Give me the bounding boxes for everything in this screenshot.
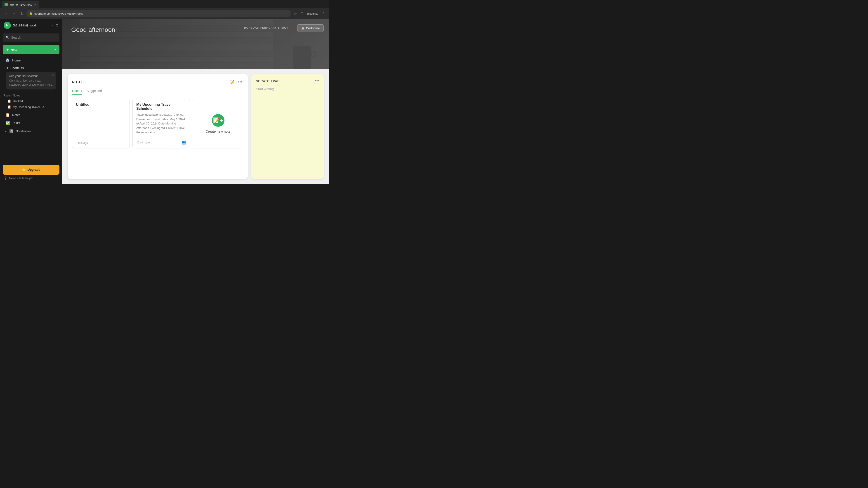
account-chevron-icon[interactable]: ▾ (52, 24, 54, 27)
shortcut-card-title: Add your first shortcut (9, 74, 53, 78)
incognito-button[interactable]: Incognito (306, 11, 319, 17)
recent-notes-header: Recent Notes (4, 94, 59, 97)
hero-greeting: Good afternoon! (71, 26, 320, 33)
home-icon: 🏠 (5, 58, 10, 62)
notes-card: NOTES › 📝 ••• Recent Suggested Untitled (68, 74, 248, 179)
sidebar-item-home[interactable]: 🏠 Home (2, 56, 60, 64)
notes-grid: Untitled 1 min ago My Upcoming Travel Sc… (72, 99, 243, 149)
notebooks-expand-icon: ▸ (5, 130, 6, 132)
sidebar: N 5b3c818b@mood... ▾ ⚙ 🔍 Search + New ▾ … (0, 19, 62, 184)
tab-close-button[interactable]: ✕ (34, 3, 37, 6)
notebooks-icon: 📓 (9, 129, 13, 133)
recent-note-travel[interactable]: 📋 My Upcoming Travel Sc... (4, 104, 59, 110)
forward-button[interactable]: → (11, 10, 17, 17)
help-button[interactable]: ❓ Need a little help? (3, 175, 59, 182)
tab-title: Home - Evernote (10, 3, 32, 6)
shortcut-close-button[interactable]: ✕ (51, 73, 54, 77)
shortcuts-star-icon: ★ (6, 66, 9, 70)
note-untitled-time: 1 min ago (76, 141, 88, 144)
shared-icon: 👥 (182, 140, 186, 144)
note-card-travel-body: Travel destinations: Alaska, America, De… (136, 112, 186, 138)
extensions-button[interactable]: ⬡ (300, 11, 305, 17)
recent-notes-section: Recent Notes 📋 Untitled 📋 My Upcoming Tr… (0, 92, 62, 111)
hero-section: Good afternoon! THURSDAY, FEBRUARY 1, 20… (62, 19, 329, 69)
back-button[interactable]: ← (3, 10, 9, 17)
recent-note-travel-label: My Upcoming Travel Sc... (13, 105, 46, 109)
note-card-travel[interactable]: My Upcoming Travel Schedule Travel desti… (132, 99, 190, 149)
sidebar-account-header: N 5b3c818b@mood... ▾ ⚙ (0, 19, 62, 32)
scratch-pad-header: SCRATCH PAD ••• (256, 78, 319, 84)
scratch-pad-more-button[interactable]: ••• (315, 78, 319, 84)
scratch-pad-title: SCRATCH PAD (256, 79, 280, 83)
lock-icon: 🔒 (29, 12, 33, 15)
url-text: evernote.com/client/web?login=true#/ (34, 12, 288, 15)
notes-add-button[interactable]: 📝 (228, 78, 235, 86)
note-icon-2: 📋 (7, 105, 11, 109)
notes-card-title: NOTES › (72, 80, 86, 84)
recent-note-untitled[interactable]: 📋 Untitled (4, 98, 59, 104)
upgrade-icon: ⭐ (22, 168, 26, 171)
upgrade-button[interactable]: ⭐ Upgrade (3, 165, 59, 175)
cards-area: NOTES › 📝 ••• Recent Suggested Untitled (62, 69, 329, 184)
notes-card-header: NOTES › 📝 ••• (72, 78, 243, 86)
browser-toolbar: ← → ↻ 🔒 evernote.com/client/web?login=tr… (0, 8, 329, 19)
notes-icon: 📋 (5, 113, 10, 117)
recent-note-untitled-label: Untitled (13, 99, 23, 103)
tab-bar: E Home - Evernote ✕ + (0, 0, 329, 8)
create-note-card[interactable]: 📝+ Create new note (193, 99, 243, 149)
settings-icon[interactable]: ⚙ (55, 23, 59, 28)
sidebar-item-notes[interactable]: 📋 Notes (2, 111, 60, 119)
sidebar-item-notebooks[interactable]: ▸ 📓 Notebooks (2, 127, 60, 135)
notes-tab-recent[interactable]: Recent (72, 89, 82, 95)
sidebar-item-tasks[interactable]: ✅ Tasks (2, 119, 60, 127)
sidebar-item-home-label: Home (12, 59, 21, 62)
shortcut-card-body: Click the ... icon on a note, notebook, … (9, 78, 53, 87)
main-content: Good afternoon! THURSDAY, FEBRUARY 1, 20… (62, 19, 329, 184)
note-card-untitled-footer: 1 min ago (76, 141, 126, 144)
note-card-untitled-body (76, 108, 126, 139)
bookmark-button[interactable]: ☆ (293, 11, 298, 17)
new-tab-button[interactable]: + (39, 2, 46, 8)
scratch-pad-card: SCRATCH PAD ••• Start writing... (251, 74, 324, 179)
notes-card-tabs: Recent Suggested (72, 89, 243, 95)
browser-menu-button[interactable]: ⋮ (321, 11, 327, 17)
note-card-untitled[interactable]: Untitled 1 min ago (72, 99, 130, 149)
help-label: Need a little help? (9, 176, 33, 180)
refresh-button[interactable]: ↻ (19, 10, 25, 17)
scratch-pad-input[interactable]: Start writing... (256, 87, 319, 91)
help-icon: ❓ (4, 176, 7, 180)
search-label: Search (11, 36, 21, 39)
sidebar-item-notes-label: Notes (12, 113, 21, 117)
shortcut-hint-card: Add your first shortcut Click the ... ic… (6, 72, 56, 90)
note-card-travel-footer: 30 min ago 👥 (136, 140, 186, 144)
new-plus-icon: + (6, 47, 9, 52)
sidebar-item-notebooks-label: Notebooks (16, 129, 31, 133)
new-chevron-icon: ▾ (55, 48, 56, 51)
address-bar[interactable]: 🔒 evernote.com/client/web?login=true#/ (26, 10, 291, 17)
shortcuts-header[interactable]: ▾ ★ Shortcuts (4, 66, 59, 70)
new-button[interactable]: + New ▾ (3, 45, 59, 54)
avatar: N (4, 22, 11, 29)
new-button-label: New (11, 48, 53, 52)
notes-more-button[interactable]: ••• (237, 78, 243, 86)
shortcuts-label: Shortcuts (10, 66, 24, 70)
app-layout: N 5b3c818b@mood... ▾ ⚙ 🔍 Search + New ▾ … (0, 19, 329, 184)
note-card-untitled-title: Untitled (76, 103, 126, 107)
create-note-label: Create new note (206, 129, 230, 133)
shortcuts-expand-icon: ▾ (4, 67, 5, 69)
search-button[interactable]: 🔍 Search (3, 33, 59, 41)
note-icon-1: 📋 (7, 99, 11, 103)
notes-card-actions: 📝 ••• (228, 78, 243, 86)
notes-tab-suggested[interactable]: Suggested (87, 89, 102, 95)
active-tab[interactable]: E Home - Evernote ✕ (2, 1, 39, 8)
sidebar-bottom: ⭐ Upgrade ❓ Need a little help? (0, 162, 62, 184)
tasks-icon: ✅ (5, 121, 10, 125)
upgrade-label: Upgrade (28, 168, 40, 171)
hero-content: Good afternoon! (62, 19, 329, 41)
sidebar-item-tasks-label: Tasks (12, 121, 20, 125)
shortcuts-section: ▾ ★ Shortcuts Add your first shortcut Cl… (0, 64, 62, 92)
create-note-icon: 📝+ (212, 114, 224, 127)
search-icon: 🔍 (5, 36, 9, 39)
sidebar-nav: 🏠 Home ▾ ★ Shortcuts Add your first shor… (0, 56, 62, 162)
account-name: 5b3c818b@mood... (13, 24, 51, 27)
